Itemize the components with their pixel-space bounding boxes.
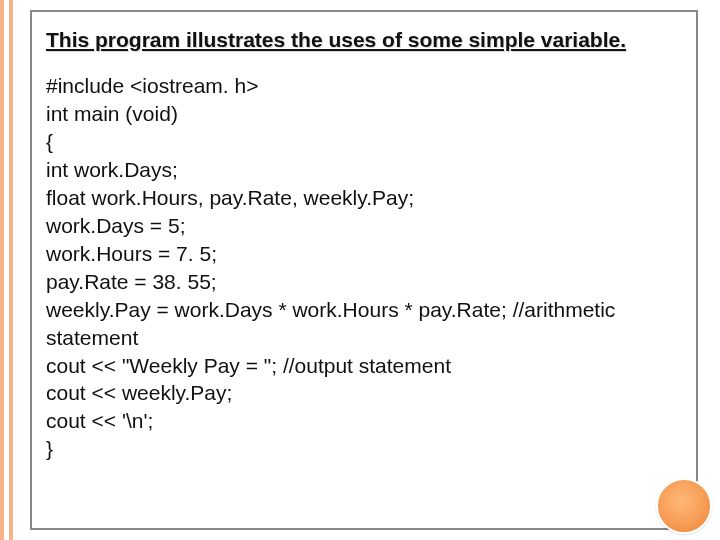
code-line: work.Hours = 7. 5; [46, 240, 682, 268]
code-line: cout << "Weekly Pay = "; //output statem… [46, 352, 682, 380]
code-line: cout << '\n'; [46, 407, 682, 435]
left-stripes-decoration [0, 0, 18, 540]
code-block: #include <iostream. h> int main (void) {… [46, 72, 682, 463]
code-line: pay.Rate = 38. 55; [46, 268, 682, 296]
code-line: float work.Hours, pay.Rate, weekly.Pay; [46, 184, 682, 212]
slide-title: This program illustrates the uses of som… [46, 26, 682, 54]
slide-content-box: This program illustrates the uses of som… [30, 10, 698, 530]
code-line: int work.Days; [46, 156, 682, 184]
decorative-circle-icon [656, 478, 712, 534]
code-line: #include <iostream. h> [46, 72, 682, 100]
code-line: int main (void) [46, 100, 682, 128]
code-line: work.Days = 5; [46, 212, 682, 240]
code-line: { [46, 128, 682, 156]
code-line: cout << weekly.Pay; [46, 379, 682, 407]
code-line: weekly.Pay = work.Days * work.Hours * pa… [46, 296, 682, 352]
stripe [13, 0, 18, 540]
code-line: } [46, 435, 682, 463]
